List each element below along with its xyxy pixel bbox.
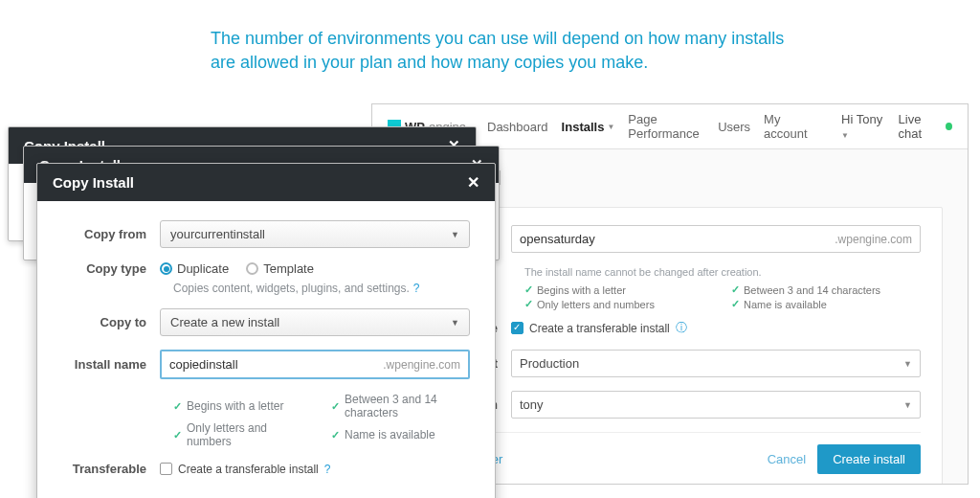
copy-type-label: Copy type — [62, 261, 160, 276]
check-icon: ✓ — [524, 283, 533, 296]
chevron-down-icon: ▼ — [903, 400, 912, 410]
chevron-down-icon: ▼ — [841, 131, 849, 140]
copy-type-hint: Copies content, widgets, plugins, and se… — [173, 282, 410, 295]
caption-text: The number of environments you can use w… — [211, 27, 785, 75]
chevron-down-icon: ▼ — [903, 359, 912, 369]
copy-to-select[interactable]: Create a new install ▼ — [160, 308, 470, 336]
transferable-text: Create a transferable install — [178, 463, 319, 476]
transferable-label: Transferable — [62, 462, 160, 476]
nav-my-account[interactable]: My account — [764, 112, 811, 141]
greeting-text: Hi Tony — [841, 112, 882, 126]
radio-template[interactable]: Template — [246, 261, 314, 276]
chevron-down-icon: ▼ — [607, 123, 614, 131]
copy-from-select[interactable]: yourcurrentinstall ▼ — [160, 220, 470, 248]
chevron-down-icon: ▼ — [451, 230, 459, 239]
validation-available: Name is available — [744, 299, 827, 310]
nav-users[interactable]: Users — [718, 112, 750, 141]
copy-install-modal: Copy Install ✕ Copy from yourcurrentinst… — [36, 163, 496, 498]
domain-suffix: .wpengine.com — [831, 233, 912, 246]
domain-suffix: .wpengine.com — [379, 358, 460, 372]
nav-page-performance[interactable]: Page Performance — [628, 112, 704, 141]
modal-title: Copy Install — [53, 174, 134, 191]
install-name-hint: The install name cannot be changed after… — [524, 266, 921, 278]
validation-list: ✓Begins with a letter ✓Between 3 and 14 … — [173, 393, 470, 448]
environment-value: Production — [520, 356, 579, 371]
install-name-label: Install name — [62, 357, 160, 372]
help-icon[interactable]: ? — [324, 463, 331, 476]
validation-list: ✓Begins with a letter ✓Between 3 and 14 … — [524, 283, 921, 310]
user-greeting[interactable]: Hi Tony ▼ — [841, 112, 886, 141]
radio-template-label: Template — [263, 261, 314, 276]
check-icon: ✓ — [173, 400, 182, 413]
status-dot-icon — [946, 123, 952, 130]
validation-begins: Begins with a letter — [187, 399, 283, 413]
close-icon[interactable]: ✕ — [467, 173, 479, 192]
validation-available: Name is available — [345, 428, 435, 441]
nav-installs[interactable]: Installs ▼ — [562, 112, 615, 141]
transferable-text: Create a transferable install — [529, 322, 670, 335]
copy-from-value: yourcurrentinstall — [170, 227, 265, 241]
live-chat-label: Live chat — [899, 112, 942, 141]
transferable-checkbox[interactable] — [160, 463, 172, 475]
radio-duplicate-label: Duplicate — [177, 261, 229, 276]
install-name-input-wrap[interactable]: .wpengine.com — [160, 350, 470, 379]
create-install-button[interactable]: Create install — [817, 444, 921, 474]
check-icon: ✓ — [731, 298, 740, 310]
check-icon: ✓ — [331, 429, 340, 441]
validation-between: Between 3 and 14 characters — [744, 284, 880, 296]
live-chat-link[interactable]: Live chat — [899, 112, 952, 141]
check-icon: ✓ — [731, 283, 740, 296]
transferable-checkbox[interactable] — [511, 322, 523, 334]
validation-begins: Begins with a letter — [537, 284, 626, 296]
copy-from-select[interactable]: tony ▼ — [511, 391, 921, 419]
help-icon[interactable]: ? — [413, 282, 420, 295]
help-icon[interactable]: ⓘ — [676, 320, 687, 336]
cancel-link[interactable]: Cancel — [768, 452, 806, 466]
install-name-input[interactable] — [520, 232, 831, 246]
environment-select[interactable]: Production ▼ — [511, 350, 921, 377]
nav-dashboard[interactable]: Dashboard — [487, 112, 548, 141]
copy-to-label: Copy to — [62, 315, 160, 329]
validation-only: Only letters and numbers — [537, 299, 655, 310]
check-icon: ✓ — [524, 298, 533, 310]
check-icon: ✓ — [331, 400, 340, 413]
copy-from-label: Copy from — [62, 227, 160, 241]
nav: Dashboard Installs ▼ Page Performance Us… — [487, 112, 811, 141]
modal-header: Copy Install ✕ — [37, 164, 495, 201]
copy-from-value: tony — [520, 397, 544, 412]
validation-only: Only letters and numbers — [187, 421, 312, 448]
install-name-input[interactable] — [169, 357, 379, 372]
chevron-down-icon: ▼ — [451, 318, 459, 328]
install-name-input-wrap[interactable]: .wpengine.com — [511, 225, 921, 253]
copy-to-value: Create a new install — [170, 315, 279, 329]
validation-between: Between 3 and 14 characters — [345, 393, 470, 419]
radio-duplicate[interactable]: Duplicate — [160, 261, 229, 276]
check-icon: ✓ — [173, 429, 182, 441]
nav-installs-label: Installs — [562, 120, 605, 134]
